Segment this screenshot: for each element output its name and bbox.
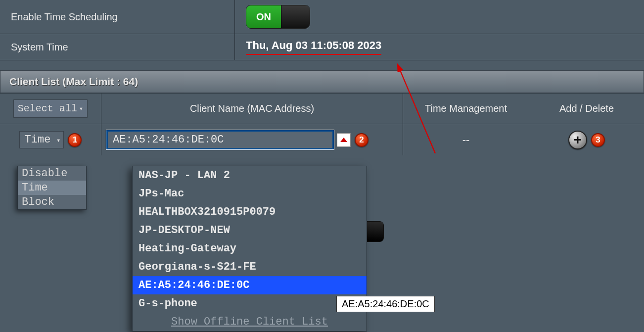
- time-management-value: --: [462, 134, 470, 146]
- select-all-button[interactable]: Select all ▾: [13, 99, 88, 118]
- toggle-knob: [281, 5, 310, 28]
- annotation-marker-1: 1: [68, 133, 82, 147]
- client-option[interactable]: Heating-Gateway: [133, 239, 367, 258]
- chevron-down-icon: ▾: [79, 104, 83, 113]
- mode-dropdown[interactable]: Disable Time Block: [17, 166, 87, 210]
- client-list-header: Client List (Max Limit : 64): [0, 70, 644, 93]
- mode-option-block[interactable]: Block: [18, 195, 86, 209]
- col-client-name: Client Name (MAC Address): [101, 94, 403, 124]
- time-management-cell: --: [403, 124, 529, 155]
- mode-cell: Time ▾ 1: [0, 124, 101, 155]
- add-delete-cell: + 3: [529, 124, 644, 155]
- mode-select-value: Time: [25, 134, 51, 146]
- system-time-label: System Time: [0, 34, 235, 60]
- mode-option-time[interactable]: Time: [18, 181, 86, 195]
- system-time-value: Thu, Aug 03 11:05:08 2023: [246, 39, 381, 55]
- client-option[interactable]: Georgiana-s-S21-FE: [133, 258, 367, 276]
- enable-scheduling-row: Enable Time Scheduling ON: [0, 0, 644, 34]
- enable-scheduling-value-cell: ON: [235, 0, 644, 34]
- col-add-delete: Add / Delete: [529, 94, 644, 124]
- table-header: Select all ▾ Client Name (MAC Address) T…: [0, 93, 644, 124]
- tooltip: AE:A5:24:46:DE:0C: [336, 296, 435, 312]
- table-row: Time ▾ 1 2 -- + 3: [0, 124, 644, 155]
- col-select-all: Select all ▾: [0, 94, 101, 124]
- toggle-on-label: ON: [246, 5, 281, 28]
- mode-select[interactable]: Time ▾: [19, 131, 64, 148]
- client-dropdown[interactable]: NAS-JP - LAN 2 JPs-Mac HEALTHBOX3210915P…: [132, 166, 367, 332]
- chevron-down-icon: ▾: [56, 136, 60, 144]
- client-option-selected[interactable]: AE:A5:24:46:DE:0C: [133, 276, 367, 294]
- client-option[interactable]: NAS-JP - LAN 2: [133, 166, 367, 185]
- plus-icon: +: [574, 132, 582, 148]
- show-offline-link[interactable]: Show Offline Client List: [133, 313, 367, 331]
- triangle-up-icon: [340, 138, 347, 142]
- select-all-label: Select all: [18, 103, 77, 114]
- client-cell: 2: [101, 124, 403, 155]
- add-button[interactable]: +: [568, 131, 587, 149]
- enable-scheduling-toggle[interactable]: ON: [246, 5, 310, 29]
- mode-option-disable[interactable]: Disable: [18, 166, 86, 181]
- client-option[interactable]: G-s-phone: [133, 294, 367, 313]
- client-mac-input[interactable]: [106, 130, 334, 149]
- system-time-row: System Time Thu, Aug 03 11:05:08 2023: [0, 34, 644, 60]
- client-option[interactable]: HEALTHBOX3210915P0079: [133, 203, 367, 221]
- enable-scheduling-label: Enable Time Scheduling: [0, 0, 235, 34]
- system-time-value-cell: Thu, Aug 03 11:05:08 2023: [235, 34, 644, 60]
- annotation-marker-2: 2: [355, 133, 368, 147]
- client-option[interactable]: JPs-Mac: [133, 185, 367, 203]
- client-option[interactable]: JP-DESKTOP-NEW: [133, 221, 367, 239]
- client-dropdown-toggle[interactable]: [337, 133, 351, 147]
- annotation-marker-3: 3: [591, 133, 605, 147]
- col-time-management: Time Management: [403, 94, 529, 124]
